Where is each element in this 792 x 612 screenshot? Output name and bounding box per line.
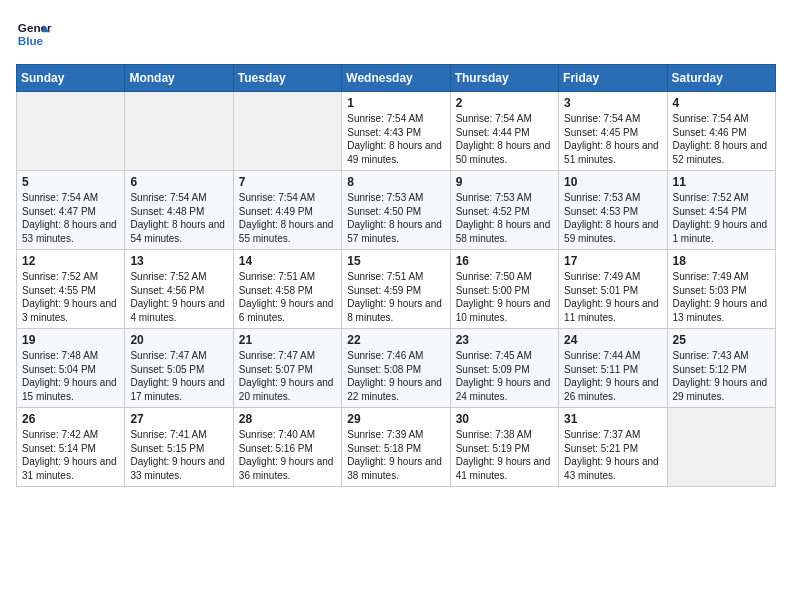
svg-text:Blue: Blue [18, 34, 44, 47]
calendar-cell: 24Sunrise: 7:44 AM Sunset: 5:11 PM Dayli… [559, 329, 667, 408]
day-info: Sunrise: 7:49 AM Sunset: 5:01 PM Dayligh… [564, 270, 661, 324]
day-number: 28 [239, 412, 336, 426]
day-info: Sunrise: 7:40 AM Sunset: 5:16 PM Dayligh… [239, 428, 336, 482]
calendar-cell: 27Sunrise: 7:41 AM Sunset: 5:15 PM Dayli… [125, 408, 233, 487]
day-info: Sunrise: 7:43 AM Sunset: 5:12 PM Dayligh… [673, 349, 770, 403]
calendar-cell [233, 92, 341, 171]
calendar-cell: 23Sunrise: 7:45 AM Sunset: 5:09 PM Dayli… [450, 329, 558, 408]
day-info: Sunrise: 7:54 AM Sunset: 4:47 PM Dayligh… [22, 191, 119, 245]
day-number: 20 [130, 333, 227, 347]
day-number: 1 [347, 96, 444, 110]
calendar-cell: 29Sunrise: 7:39 AM Sunset: 5:18 PM Dayli… [342, 408, 450, 487]
calendar-cell: 10Sunrise: 7:53 AM Sunset: 4:53 PM Dayli… [559, 171, 667, 250]
day-info: Sunrise: 7:41 AM Sunset: 5:15 PM Dayligh… [130, 428, 227, 482]
calendar-cell [125, 92, 233, 171]
day-number: 2 [456, 96, 553, 110]
weekday-header-wednesday: Wednesday [342, 65, 450, 92]
calendar-cell: 5Sunrise: 7:54 AM Sunset: 4:47 PM Daylig… [17, 171, 125, 250]
day-number: 10 [564, 175, 661, 189]
day-info: Sunrise: 7:48 AM Sunset: 5:04 PM Dayligh… [22, 349, 119, 403]
day-info: Sunrise: 7:46 AM Sunset: 5:08 PM Dayligh… [347, 349, 444, 403]
calendar-cell: 28Sunrise: 7:40 AM Sunset: 5:16 PM Dayli… [233, 408, 341, 487]
day-number: 13 [130, 254, 227, 268]
calendar-cell: 11Sunrise: 7:52 AM Sunset: 4:54 PM Dayli… [667, 171, 775, 250]
calendar-cell: 12Sunrise: 7:52 AM Sunset: 4:55 PM Dayli… [17, 250, 125, 329]
calendar-cell: 17Sunrise: 7:49 AM Sunset: 5:01 PM Dayli… [559, 250, 667, 329]
day-info: Sunrise: 7:37 AM Sunset: 5:21 PM Dayligh… [564, 428, 661, 482]
calendar-cell: 1Sunrise: 7:54 AM Sunset: 4:43 PM Daylig… [342, 92, 450, 171]
day-info: Sunrise: 7:47 AM Sunset: 5:07 PM Dayligh… [239, 349, 336, 403]
day-number: 14 [239, 254, 336, 268]
day-info: Sunrise: 7:38 AM Sunset: 5:19 PM Dayligh… [456, 428, 553, 482]
day-number: 26 [22, 412, 119, 426]
calendar-cell [667, 408, 775, 487]
weekday-header-thursday: Thursday [450, 65, 558, 92]
weekday-header-friday: Friday [559, 65, 667, 92]
calendar-cell: 20Sunrise: 7:47 AM Sunset: 5:05 PM Dayli… [125, 329, 233, 408]
day-number: 27 [130, 412, 227, 426]
calendar-cell: 3Sunrise: 7:54 AM Sunset: 4:45 PM Daylig… [559, 92, 667, 171]
day-number: 12 [22, 254, 119, 268]
day-number: 6 [130, 175, 227, 189]
day-info: Sunrise: 7:52 AM Sunset: 4:55 PM Dayligh… [22, 270, 119, 324]
calendar-cell [17, 92, 125, 171]
day-number: 19 [22, 333, 119, 347]
day-number: 3 [564, 96, 661, 110]
calendar-cell: 19Sunrise: 7:48 AM Sunset: 5:04 PM Dayli… [17, 329, 125, 408]
svg-text:General: General [18, 21, 52, 34]
day-info: Sunrise: 7:54 AM Sunset: 4:49 PM Dayligh… [239, 191, 336, 245]
calendar-table: SundayMondayTuesdayWednesdayThursdayFrid… [16, 64, 776, 487]
day-number: 29 [347, 412, 444, 426]
day-info: Sunrise: 7:53 AM Sunset: 4:53 PM Dayligh… [564, 191, 661, 245]
day-info: Sunrise: 7:54 AM Sunset: 4:43 PM Dayligh… [347, 112, 444, 166]
calendar-cell: 22Sunrise: 7:46 AM Sunset: 5:08 PM Dayli… [342, 329, 450, 408]
day-number: 11 [673, 175, 770, 189]
day-number: 15 [347, 254, 444, 268]
day-info: Sunrise: 7:51 AM Sunset: 4:58 PM Dayligh… [239, 270, 336, 324]
day-number: 24 [564, 333, 661, 347]
day-info: Sunrise: 7:45 AM Sunset: 5:09 PM Dayligh… [456, 349, 553, 403]
calendar-cell: 7Sunrise: 7:54 AM Sunset: 4:49 PM Daylig… [233, 171, 341, 250]
day-info: Sunrise: 7:54 AM Sunset: 4:46 PM Dayligh… [673, 112, 770, 166]
logo-icon: General Blue [16, 16, 52, 52]
calendar-cell: 15Sunrise: 7:51 AM Sunset: 4:59 PM Dayli… [342, 250, 450, 329]
logo: General Blue [16, 16, 52, 52]
calendar-cell: 31Sunrise: 7:37 AM Sunset: 5:21 PM Dayli… [559, 408, 667, 487]
day-number: 25 [673, 333, 770, 347]
day-number: 5 [22, 175, 119, 189]
day-number: 4 [673, 96, 770, 110]
day-info: Sunrise: 7:52 AM Sunset: 4:56 PM Dayligh… [130, 270, 227, 324]
day-info: Sunrise: 7:54 AM Sunset: 4:48 PM Dayligh… [130, 191, 227, 245]
day-info: Sunrise: 7:39 AM Sunset: 5:18 PM Dayligh… [347, 428, 444, 482]
calendar-cell: 18Sunrise: 7:49 AM Sunset: 5:03 PM Dayli… [667, 250, 775, 329]
day-info: Sunrise: 7:51 AM Sunset: 4:59 PM Dayligh… [347, 270, 444, 324]
calendar-cell: 25Sunrise: 7:43 AM Sunset: 5:12 PM Dayli… [667, 329, 775, 408]
calendar-cell: 30Sunrise: 7:38 AM Sunset: 5:19 PM Dayli… [450, 408, 558, 487]
weekday-header-saturday: Saturday [667, 65, 775, 92]
day-number: 8 [347, 175, 444, 189]
calendar-cell: 6Sunrise: 7:54 AM Sunset: 4:48 PM Daylig… [125, 171, 233, 250]
day-info: Sunrise: 7:47 AM Sunset: 5:05 PM Dayligh… [130, 349, 227, 403]
day-info: Sunrise: 7:52 AM Sunset: 4:54 PM Dayligh… [673, 191, 770, 245]
day-number: 30 [456, 412, 553, 426]
day-info: Sunrise: 7:50 AM Sunset: 5:00 PM Dayligh… [456, 270, 553, 324]
day-info: Sunrise: 7:49 AM Sunset: 5:03 PM Dayligh… [673, 270, 770, 324]
page-header: General Blue [16, 16, 776, 52]
calendar-cell: 2Sunrise: 7:54 AM Sunset: 4:44 PM Daylig… [450, 92, 558, 171]
calendar-cell: 8Sunrise: 7:53 AM Sunset: 4:50 PM Daylig… [342, 171, 450, 250]
calendar-cell: 21Sunrise: 7:47 AM Sunset: 5:07 PM Dayli… [233, 329, 341, 408]
day-info: Sunrise: 7:42 AM Sunset: 5:14 PM Dayligh… [22, 428, 119, 482]
weekday-header-sunday: Sunday [17, 65, 125, 92]
day-number: 31 [564, 412, 661, 426]
day-number: 22 [347, 333, 444, 347]
day-info: Sunrise: 7:53 AM Sunset: 4:52 PM Dayligh… [456, 191, 553, 245]
day-number: 9 [456, 175, 553, 189]
calendar-cell: 4Sunrise: 7:54 AM Sunset: 4:46 PM Daylig… [667, 92, 775, 171]
day-number: 16 [456, 254, 553, 268]
day-info: Sunrise: 7:54 AM Sunset: 4:45 PM Dayligh… [564, 112, 661, 166]
weekday-header-monday: Monday [125, 65, 233, 92]
calendar-cell: 13Sunrise: 7:52 AM Sunset: 4:56 PM Dayli… [125, 250, 233, 329]
day-info: Sunrise: 7:54 AM Sunset: 4:44 PM Dayligh… [456, 112, 553, 166]
day-number: 7 [239, 175, 336, 189]
day-number: 21 [239, 333, 336, 347]
